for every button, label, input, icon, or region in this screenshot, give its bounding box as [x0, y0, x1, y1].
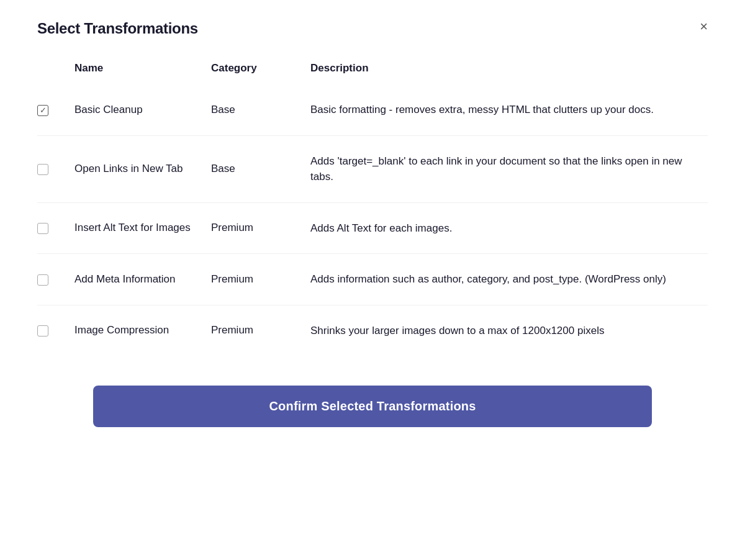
row-name-basic-cleanup: Basic Cleanup [74, 102, 211, 117]
checkbox-open-links[interactable] [37, 164, 48, 175]
table-row: Add Meta Information Premium Adds inform… [37, 254, 708, 305]
row-category-open-links: Base [211, 163, 310, 175]
row-name-image-compression: Image Compression [74, 323, 211, 338]
checkbox-cell-basic-cleanup: ✓ [37, 104, 74, 116]
checkbox-insert-alt-text[interactable] [37, 223, 48, 234]
checkbox-add-meta[interactable] [37, 274, 48, 286]
modal-title: Select Transformations [37, 20, 198, 37]
modal-header: Select Transformations × [37, 20, 708, 37]
checkbox-cell-insert-alt-text [37, 222, 74, 234]
row-name-add-meta: Add Meta Information [74, 272, 211, 287]
checkbox-basic-cleanup[interactable]: ✓ [37, 105, 48, 116]
row-category-insert-alt-text: Premium [211, 222, 310, 234]
row-category-image-compression: Premium [211, 324, 310, 336]
row-description-image-compression: Shrinks your larger images down to a max… [310, 323, 708, 339]
confirm-button[interactable]: Confirm Selected Transformations [93, 386, 652, 427]
check-icon: ✓ [40, 106, 47, 114]
transformations-table: Name Category Description ✓ Basic Cleanu… [37, 62, 708, 356]
checkbox-cell-add-meta [37, 273, 74, 286]
checkbox-cell-image-compression [37, 324, 74, 336]
modal: Select Transformations × Name Category D… [0, 0, 745, 560]
table-row: Insert Alt Text for Images Premium Adds … [37, 203, 708, 255]
header-category: Category [211, 62, 310, 75]
table-row: Open Links in New Tab Base Adds 'target=… [37, 136, 708, 203]
header-name: Name [74, 62, 211, 75]
checkbox-cell-open-links [37, 163, 74, 175]
checkbox-image-compression[interactable] [37, 325, 48, 336]
row-description-insert-alt-text: Adds Alt Text for each images. [310, 220, 708, 237]
row-description-basic-cleanup: Basic formatting - removes extra, messy … [310, 102, 708, 118]
row-name-open-links: Open Links in New Tab [74, 161, 211, 176]
table-row: ✓ Basic Cleanup Base Basic formatting - … [37, 84, 708, 136]
row-category-add-meta: Premium [211, 273, 310, 286]
row-name-insert-alt-text: Insert Alt Text for Images [74, 220, 211, 235]
header-description: Description [310, 62, 708, 75]
row-description-add-meta: Adds information such as author, categor… [310, 271, 708, 287]
table-row: Image Compression Premium Shrinks your l… [37, 305, 708, 356]
header-checkbox [37, 62, 74, 75]
table-header: Name Category Description [37, 62, 708, 84]
close-button[interactable]: × [700, 20, 708, 34]
row-category-basic-cleanup: Base [211, 104, 310, 116]
row-description-open-links: Adds 'target=_blank' to each link in you… [310, 153, 708, 185]
